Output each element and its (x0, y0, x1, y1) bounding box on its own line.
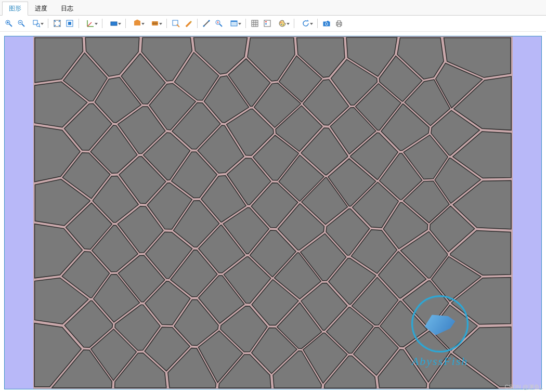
probe-icon[interactable] (213, 18, 225, 29)
svg-rect-16 (231, 21, 237, 22)
edit-icon[interactable] (183, 18, 194, 29)
svg-rect-17 (252, 20, 258, 27)
tab-2[interactable]: 日志 (54, 2, 80, 16)
zoom-selection-icon[interactable] (64, 18, 75, 29)
svg-point-12 (203, 25, 205, 27)
svg-rect-19 (265, 21, 267, 22)
zoom-extents-icon[interactable] (51, 18, 63, 29)
zoom-out-icon[interactable] (16, 18, 27, 29)
svg-point-13 (209, 20, 210, 22)
svg-point-21 (280, 22, 281, 23)
zoom-box-icon[interactable] (28, 18, 45, 29)
select-icon[interactable] (170, 18, 181, 29)
canvas-container: AbyssFish (0, 32, 546, 389)
graphics-canvas[interactable]: AbyssFish (4, 36, 542, 389)
zoom-in-icon[interactable] (3, 18, 15, 29)
svg-point-22 (281, 24, 282, 25)
legend-icon[interactable] (262, 18, 273, 29)
svg-rect-7 (111, 22, 117, 25)
tab-1[interactable]: 进度 (28, 2, 54, 16)
camera-icon[interactable] (321, 18, 332, 29)
svg-point-23 (283, 24, 284, 25)
tab-0[interactable]: 图形 (2, 2, 28, 16)
svg-rect-9 (134, 21, 140, 25)
print-icon[interactable] (333, 18, 345, 29)
svg-rect-26 (327, 21, 329, 22)
tab-bar: 图形进度日志 (0, 0, 546, 16)
svg-rect-6 (68, 22, 71, 25)
surface-icon[interactable] (106, 18, 122, 29)
svg-rect-20 (265, 23, 267, 24)
voronoi-diagram (33, 36, 513, 389)
svg-rect-29 (337, 24, 341, 27)
mesh-icon[interactable] (147, 18, 163, 29)
measure-icon[interactable] (201, 18, 212, 29)
footer-attribution: CSDN @渊鱼L (504, 383, 543, 391)
svg-rect-18 (264, 20, 270, 27)
palette-icon[interactable] (274, 18, 291, 29)
refresh-icon[interactable] (297, 18, 314, 29)
toolbar (0, 16, 546, 32)
svg-rect-28 (337, 21, 341, 23)
axes-icon[interactable] (82, 18, 99, 29)
grid-icon[interactable] (249, 18, 261, 29)
render-icon[interactable] (129, 18, 146, 29)
window-icon[interactable] (226, 18, 242, 29)
